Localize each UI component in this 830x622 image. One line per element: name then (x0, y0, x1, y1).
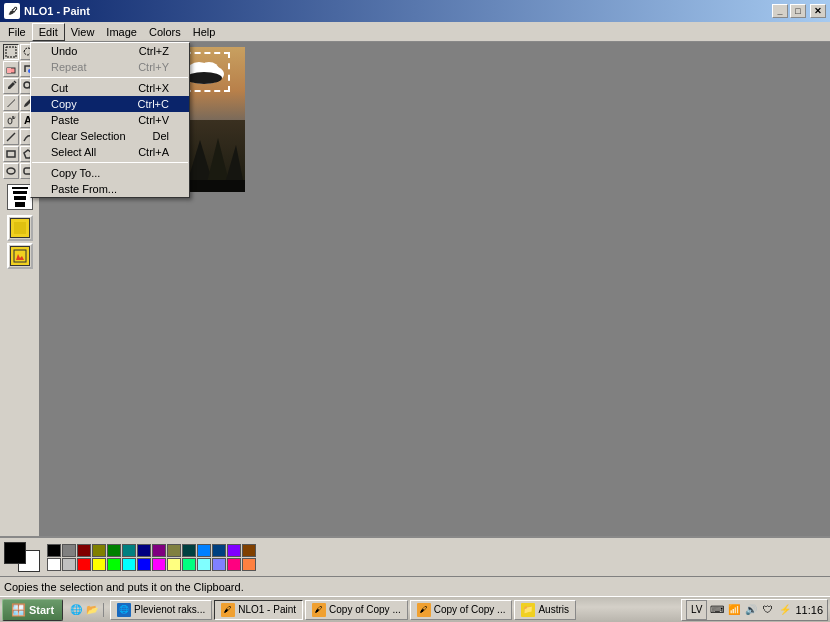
color-teal[interactable] (122, 544, 136, 557)
minimize-button[interactable]: _ (772, 4, 788, 18)
system-tray: LV ⌨ 📶 🔊 🛡 ⚡ 11:16 (681, 599, 828, 621)
palette-row-top (47, 544, 256, 557)
color-lightcyan[interactable] (197, 558, 211, 571)
window-title: NLO1 - Paint (24, 5, 90, 17)
color-darkblue[interactable] (212, 544, 226, 557)
menu-item-copy-to[interactable]: Copy To... (31, 165, 189, 181)
menu-view[interactable]: View (65, 24, 101, 40)
palette-bar (0, 536, 830, 576)
taskbar: 🪟 Start 🌐 📂 🌐 Plevienot raks... 🖌 NLO1 -… (0, 596, 830, 622)
menu-item-undo[interactable]: Undo Ctrl+Z (31, 43, 189, 59)
svg-rect-2 (7, 68, 11, 73)
menu-item-paste[interactable]: Paste Ctrl+V (31, 112, 189, 128)
svg-line-7 (12, 118, 15, 119)
close-button[interactable]: ✕ (810, 4, 826, 18)
color-palette (47, 544, 256, 571)
quicklaunch-folder[interactable]: 📂 (85, 603, 99, 617)
menu-item-repeat: Repeat Ctrl+Y (31, 59, 189, 75)
color-cyan[interactable] (122, 558, 136, 571)
svg-point-19 (186, 72, 222, 84)
taskbar-icon-copy2: 🖌 (417, 603, 431, 617)
taskbar-btn-copy1[interactable]: 🖌 Copy of Copy ... (305, 600, 408, 620)
color-darkgreen[interactable] (107, 544, 121, 557)
menu-file[interactable]: File (2, 24, 32, 40)
svg-rect-11 (7, 151, 15, 157)
tool-pencil[interactable] (3, 95, 19, 111)
tool-airbrush[interactable] (3, 112, 19, 128)
color-indicator[interactable] (4, 542, 40, 572)
menu-colors[interactable]: Colors (143, 24, 187, 40)
color-white[interactable] (47, 558, 61, 571)
menu-edit[interactable]: Edit (32, 23, 65, 41)
edit-dropdown: Undo Ctrl+Z Repeat Ctrl+Y Cut Ctrl+X Cop… (30, 42, 190, 198)
color-lightgreen[interactable] (182, 558, 196, 571)
taskbar-btn-copy2[interactable]: 🖌 Copy of Copy ... (410, 600, 513, 620)
color-blue[interactable] (137, 558, 151, 571)
app-icon: 🖌 (4, 3, 20, 19)
title-bar: 🖌 NLO1 - Paint _ □ ✕ (0, 0, 830, 22)
color-lgray[interactable] (62, 558, 76, 571)
color-violet[interactable] (227, 544, 241, 557)
color-orange[interactable] (242, 558, 256, 571)
status-bar: Copies the selection and puts it on the … (0, 576, 830, 596)
tray-network: 📶 (727, 603, 741, 617)
taskbar-icon-browser: 🌐 (117, 603, 131, 617)
tray-power: ⚡ (778, 603, 792, 617)
tool-select-rect[interactable] (3, 44, 19, 60)
menu-separator-1 (32, 77, 188, 78)
tray-antivirus: 🛡 (761, 603, 775, 617)
tool-eyedropper[interactable] (3, 78, 19, 94)
maximize-button[interactable]: □ (790, 4, 806, 18)
color-darkteal[interactable] (182, 544, 196, 557)
start-button[interactable]: 🪟 Start (2, 599, 63, 621)
tray-keyboard: ⌨ (710, 603, 724, 617)
status-text: Copies the selection and puts it on the … (4, 581, 244, 593)
taskbar-icon-paint1: 🖌 (221, 603, 235, 617)
color-brown[interactable] (242, 544, 256, 557)
tool-line[interactable] (3, 129, 19, 145)
color-darkred[interactable] (77, 544, 91, 557)
language-indicator[interactable]: LV (686, 600, 708, 620)
svg-point-9 (15, 117, 16, 118)
system-clock: 11:16 (795, 604, 823, 616)
menu-image[interactable]: Image (100, 24, 143, 40)
foreground-color[interactable] (4, 542, 26, 564)
color-red[interactable] (77, 558, 91, 571)
window-controls: _ □ ✕ (772, 4, 826, 18)
svg-rect-0 (6, 47, 16, 57)
tool-rectangle[interactable] (3, 146, 19, 162)
color-magenta[interactable] (152, 558, 166, 571)
palette-row-bottom (47, 558, 256, 571)
svg-line-10 (7, 133, 15, 141)
tool-ellipse[interactable] (3, 163, 19, 179)
tray-volume: 🔊 (744, 603, 758, 617)
menu-item-select-all[interactable]: Select All Ctrl+A (31, 144, 189, 160)
menu-item-cut[interactable]: Cut Ctrl+X (31, 80, 189, 96)
color-green[interactable] (107, 558, 121, 571)
color-olive[interactable] (92, 544, 106, 557)
svg-point-6 (8, 118, 12, 124)
color-lightblue[interactable] (197, 544, 211, 557)
color-lightviolet[interactable] (212, 558, 226, 571)
color-dgray[interactable] (62, 544, 76, 557)
color-purple[interactable] (152, 544, 166, 557)
color-darkyellow[interactable] (167, 544, 181, 557)
taskbar-btn-austria[interactable]: 📁 Austris (514, 600, 576, 620)
color-navy[interactable] (137, 544, 151, 557)
menu-help[interactable]: Help (187, 24, 222, 40)
menu-item-copy[interactable]: Copy Ctrl+C (31, 96, 189, 112)
menu-separator-2 (32, 162, 188, 163)
tool-eraser[interactable] (3, 61, 19, 77)
taskbar-btn-paint1[interactable]: 🖌 NLO1 - Paint (214, 600, 303, 620)
color-hotpink[interactable] (227, 558, 241, 571)
menu-item-paste-from[interactable]: Paste From... (31, 181, 189, 197)
taskbar-icon-austria: 📁 (521, 603, 535, 617)
menu-item-clear-selection[interactable]: Clear Selection Del (31, 128, 189, 144)
color-black[interactable] (47, 544, 61, 557)
quicklaunch-ie[interactable]: 🌐 (69, 603, 83, 617)
menu-bar: File Edit View Image Colors Help (0, 22, 830, 42)
color-yellow[interactable] (92, 558, 106, 571)
svg-point-13 (7, 168, 15, 174)
taskbar-btn-browser[interactable]: 🌐 Plevienot raks... (110, 600, 212, 620)
color-lightyellow[interactable] (167, 558, 181, 571)
